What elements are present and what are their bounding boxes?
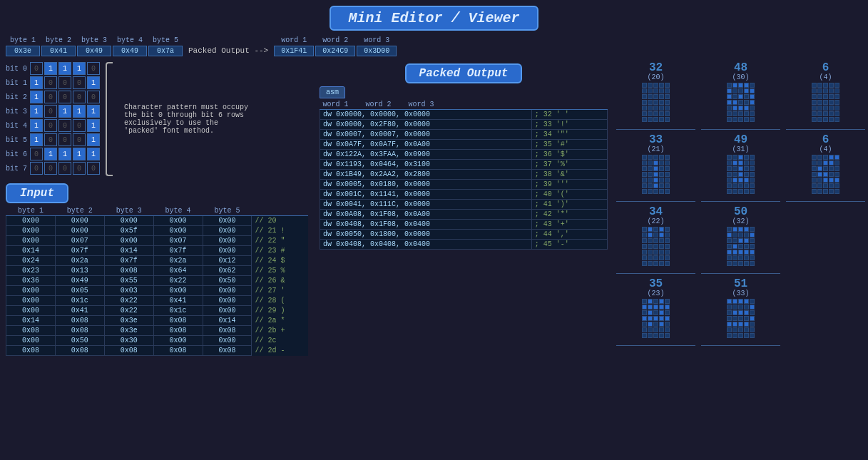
char-pixel (834, 83, 839, 88)
table-cell: 0x50 (55, 336, 104, 346)
char-sub: (20) (647, 73, 664, 81)
char-pixel (750, 299, 755, 304)
byte4-val: 0x49 (113, 46, 147, 56)
table-cell: 0x08 (153, 326, 203, 336)
table-row: 0x140x7f0x140x7f0x00// 23 # (6, 246, 309, 256)
char-pixel (648, 255, 653, 260)
char-pixel (727, 238, 732, 243)
char-pixel (834, 111, 839, 116)
char-pixel (823, 172, 828, 177)
char-pixel (744, 299, 749, 304)
char-pixel (732, 160, 737, 165)
byte5-val: 0x7a (148, 46, 183, 56)
output-comment: ; 39 ''' (531, 180, 607, 190)
asm-tab[interactable]: asm (320, 86, 345, 98)
char-number: 6 (822, 134, 829, 145)
bit-cell: 0 (30, 62, 43, 75)
char-pixel (750, 111, 755, 116)
char-pixel (648, 333, 653, 338)
bit-cell: 1 (73, 62, 86, 75)
table-cell: 0x05 (55, 286, 104, 296)
annotation-brace (106, 62, 113, 176)
char-pixel (817, 117, 822, 122)
char-pixel (665, 183, 670, 188)
table-cell: 0x03 (104, 286, 153, 296)
char-preview: 6(4) (786, 62, 865, 122)
table-row: dw 0x0007, 0x0007, 0x0000; 34 '"' (320, 130, 608, 140)
char-pixel (732, 238, 737, 243)
content-area: bit 001110bit 110001bit 210000bit 310111… (0, 59, 868, 460)
char-pixel (829, 172, 834, 177)
char-pixel (817, 94, 822, 99)
char-pixel (653, 88, 658, 93)
char-pixel (659, 166, 664, 171)
char-pixel (727, 172, 732, 177)
output-table: word 1 word 2 word 3 dw 0x0000, 0x0000, … (320, 100, 608, 250)
table-cell: 0x22 (104, 306, 153, 316)
char-pixel (648, 250, 653, 255)
char-pixel (817, 178, 822, 183)
table-cell: 0x64 (153, 266, 203, 276)
char-pixel (642, 100, 647, 105)
char-pixel-grid (727, 155, 755, 194)
char-pixel (744, 232, 749, 237)
char-pixel (738, 316, 743, 321)
char-pixel (750, 83, 755, 88)
char-number: 34 (649, 206, 663, 218)
char-pixel (738, 250, 743, 255)
table-row: dw 0x0000, 0x2F80, 0x0000; 33 '!' (320, 120, 608, 130)
char-pixel (750, 183, 755, 188)
char-pixel (738, 88, 743, 93)
output-table-section: word 1 word 2 word 3 dw 0x0000, 0x0000, … (314, 100, 613, 250)
char-pixel (648, 299, 653, 304)
char-pixel (665, 333, 670, 338)
char-pixel (738, 155, 743, 160)
char-pixel (653, 94, 658, 99)
char-pixel (738, 83, 743, 88)
table-cell: 0x00 (153, 336, 203, 346)
char-pixel (744, 310, 749, 315)
table-cell: 0x00 (203, 226, 252, 236)
output-cell: dw 0x0050, 0x1800, 0x0000 (320, 230, 532, 240)
bit-cell: 1 (58, 62, 71, 75)
char-pixel (659, 250, 664, 255)
char-pixel (648, 166, 653, 171)
char-pixel (665, 310, 670, 315)
char-number: 49 (734, 134, 747, 145)
bit-cell: 1 (73, 148, 86, 160)
table-row: dw 0x0A7F, 0x0A7F, 0x0A00; 35 '#' (320, 140, 608, 150)
word2-label: word 2 (315, 36, 355, 44)
char-pixel (642, 305, 647, 310)
char-pixel (732, 106, 737, 111)
table-row: dw 0x0041, 0x111C, 0x0000; 41 ')' (320, 200, 608, 210)
char-pixel-grid-empty (812, 83, 839, 122)
char-pixel (829, 83, 834, 88)
table-cell: 0x2a (55, 256, 104, 266)
char-pixel (829, 155, 834, 160)
char-pixel (732, 100, 737, 105)
char-pixel (738, 310, 743, 315)
bit-cell: 0 (58, 91, 71, 103)
char-pixel (727, 88, 732, 93)
comment-cell: // 24 $ (252, 256, 308, 266)
char-pixel (653, 261, 658, 266)
char-pixel (665, 155, 670, 160)
char-pixel (823, 160, 828, 165)
char-pixel (744, 94, 749, 99)
char-pixel (834, 183, 839, 188)
bit-cell: 0 (73, 133, 86, 146)
char-pixel (738, 255, 743, 260)
table-cell: 0x62 (203, 266, 252, 276)
char-pixel (744, 111, 749, 116)
char-pixel (727, 244, 732, 249)
app-container: Mini Editor / Viewer byte 1 byte 2 byte … (0, 0, 868, 460)
char-pixel (659, 106, 664, 111)
char-pixel (653, 255, 658, 260)
char-pixel (727, 183, 732, 188)
table-row: 0x240x2a0x7f0x2a0x12// 24 $ (6, 256, 309, 266)
char-number: 50 (734, 206, 747, 218)
char-preview: 48(30) (701, 62, 780, 122)
table-cell: 0x7f (55, 246, 104, 256)
bit-row: bit 310111 (6, 105, 100, 118)
char-pixel (812, 189, 817, 194)
